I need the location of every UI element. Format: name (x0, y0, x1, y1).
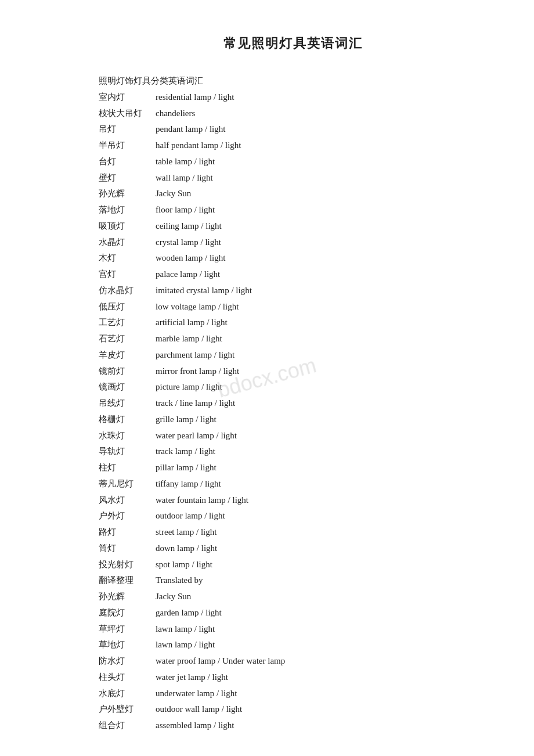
chinese-term: 孙光辉 (99, 589, 151, 605)
english-translation: chandeliers (156, 106, 195, 122)
chinese-term: 水底灯 (99, 686, 151, 702)
list-item: 照明灯饰灯具分类英语词汇 (99, 73, 488, 89)
list-item: 镜前灯mirror front lamp / light (99, 363, 488, 380)
list-item: 庭院灯garden lamp / light (99, 605, 488, 621)
list-item: 低压灯low voltage lamp / light (99, 299, 488, 315)
english-translation: floor lamp / light (156, 202, 215, 218)
list-item: 室内灯residential lamp / light (99, 89, 488, 106)
list-item: 镜画灯picture lamp / light (99, 379, 488, 395)
list-item: 孙光辉Jacky Sun (99, 589, 488, 605)
list-item: 户外壁灯outdoor wall lamp / light (99, 701, 488, 718)
chinese-term: 石艺灯 (99, 331, 151, 347)
list-item: 路灯street lamp / light (99, 524, 488, 541)
list-item: 柱头灯water jet lamp / light (99, 669, 488, 686)
english-translation: grille lamp / light (156, 412, 217, 428)
chinese-term: 投光射灯 (99, 557, 151, 573)
page-title: 常见照明灯具英语词汇 (99, 35, 488, 52)
chinese-term: 防水灯 (99, 653, 151, 669)
chinese-term: 庭院灯 (99, 605, 151, 621)
chinese-term: 镜前灯 (99, 363, 151, 380)
chinese-term: 落地灯 (99, 202, 151, 218)
chinese-term: 草地灯 (99, 637, 151, 653)
list-item: 水珠灯water pearl lamp / light (99, 428, 488, 444)
list-item: 吊线灯track / line lamp / light (99, 395, 488, 412)
list-item: 台灯table lamp / light (99, 154, 488, 170)
chinese-term: 低压灯 (99, 299, 151, 315)
list-item: 吸顶灯ceiling lamp / light (99, 218, 488, 235)
list-item: 组合灯assembled lamp / light (99, 718, 488, 734)
chinese-term: 半吊灯 (99, 138, 151, 154)
english-translation: residential lamp / light (156, 89, 234, 106)
vocab-list: 照明灯饰灯具分类英语词汇室内灯residential lamp / light枝… (99, 73, 488, 734)
chinese-term: 吊灯 (99, 121, 151, 138)
chinese-term: 柱灯 (99, 460, 151, 476)
chinese-term: 水晶灯 (99, 235, 151, 251)
english-translation: wall lamp / light (156, 170, 213, 186)
list-item: 木灯wooden lamp / light (99, 250, 488, 267)
english-translation: picture lamp / light (156, 379, 222, 395)
chinese-term: 路灯 (99, 524, 151, 541)
list-item: 羊皮灯parchment lamp / light (99, 347, 488, 363)
chinese-term: 吊线灯 (99, 395, 151, 412)
english-translation: pillar lamp / light (156, 460, 217, 476)
chinese-term: 草坪灯 (99, 621, 151, 638)
chinese-term: 吸顶灯 (99, 218, 151, 235)
chinese-term: 照明灯饰灯具分类英语词汇 (99, 73, 203, 89)
list-item: 半吊灯half pendant lamp / light (99, 138, 488, 154)
list-item: 蒂凡尼灯tiffany lamp / light (99, 476, 488, 492)
english-translation: street lamp / light (156, 524, 217, 541)
chinese-term: 格栅灯 (99, 412, 151, 428)
english-translation: underwater lamp / light (156, 686, 237, 702)
chinese-term: 孙光辉 (99, 186, 151, 202)
english-translation: artificial lamp / light (156, 315, 228, 331)
list-item: 防水灯water proof lamp / Under water lamp (99, 653, 488, 669)
english-translation: half pendant lamp / light (156, 138, 241, 154)
chinese-term: 户外壁灯 (99, 701, 151, 718)
list-item: 壁灯wall lamp / light (99, 170, 488, 186)
chinese-term: 户外灯 (99, 508, 151, 524)
chinese-term: 组合灯 (99, 718, 151, 734)
list-item: 柱灯pillar lamp / light (99, 460, 488, 476)
list-item: 草坪灯lawn lamp / light (99, 621, 488, 638)
english-translation: garden lamp / light (156, 605, 222, 621)
chinese-term: 工艺灯 (99, 315, 151, 331)
english-translation: Jacky Sun (156, 589, 191, 605)
english-translation: water pearl lamp / light (156, 428, 237, 444)
chinese-term: 枝状大吊灯 (99, 106, 151, 122)
list-item: 户外灯outdoor lamp / light (99, 508, 488, 524)
list-item: 导轨灯track lamp / light (99, 444, 488, 460)
list-item: 仿水晶灯imitated crystal lamp / light (99, 283, 488, 299)
english-translation: Jacky Sun (156, 186, 191, 202)
chinese-term: 导轨灯 (99, 444, 151, 460)
chinese-term: 木灯 (99, 250, 151, 267)
english-translation: down lamp / light (156, 541, 217, 557)
list-item: 枝状大吊灯chandeliers (99, 106, 488, 122)
english-translation: track lamp / light (156, 444, 215, 460)
chinese-term: 翻译整理 (99, 573, 151, 589)
list-item: 筒灯down lamp / light (99, 541, 488, 557)
english-translation: wooden lamp / light (156, 250, 225, 267)
list-item: 工艺灯artificial lamp / light (99, 315, 488, 331)
chinese-term: 水珠灯 (99, 428, 151, 444)
english-translation: outdoor lamp / light (156, 508, 225, 524)
chinese-term: 室内灯 (99, 89, 151, 106)
english-translation: tiffany lamp / light (156, 476, 221, 492)
english-translation: spot lamp / light (156, 557, 212, 573)
list-item: 水底灯underwater lamp / light (99, 686, 488, 702)
chinese-term: 台灯 (99, 154, 151, 170)
english-translation: pendant lamp / light (156, 121, 225, 138)
chinese-term: 宫灯 (99, 267, 151, 283)
chinese-term: 镜画灯 (99, 379, 151, 395)
english-translation: ceiling lamp / light (156, 218, 222, 235)
english-translation: palace lamp / light (156, 267, 220, 283)
list-item: 翻译整理Translated by (99, 573, 488, 589)
english-translation: parchment lamp / light (156, 347, 234, 363)
chinese-term: 仿水晶灯 (99, 283, 151, 299)
chinese-term: 柱头灯 (99, 669, 151, 686)
english-translation: low voltage lamp / light (156, 299, 239, 315)
english-translation: track / line lamp / light (156, 395, 235, 412)
list-item: 石艺灯marble lamp / light (99, 331, 488, 347)
english-translation: mirror front lamp / light (156, 363, 239, 380)
english-translation: marble lamp / light (156, 331, 222, 347)
chinese-term: 壁灯 (99, 170, 151, 186)
